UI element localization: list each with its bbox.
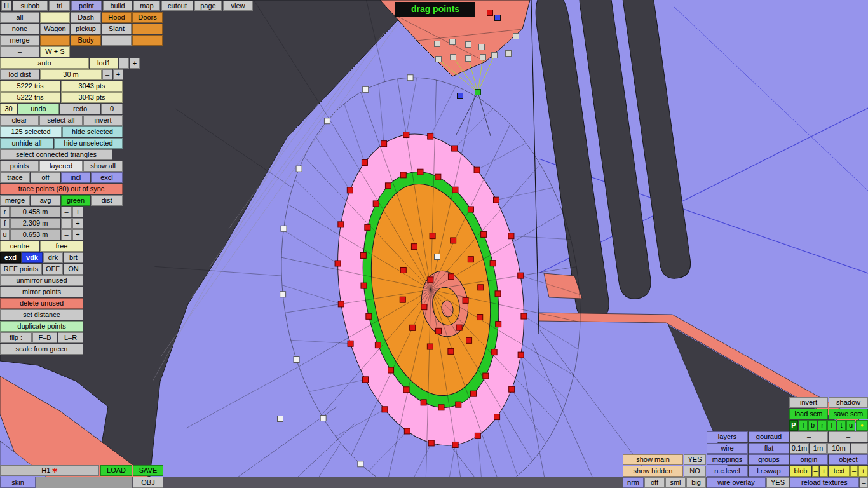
groups-button[interactable]: groups: [749, 454, 789, 465]
load-scm-button[interactable]: load scm: [789, 409, 828, 419]
gouraud-button[interactable]: gouraud: [749, 431, 789, 442]
drk-button[interactable]: drk: [43, 252, 63, 263]
subob-wps-button[interactable]: W + S: [40, 46, 70, 57]
mappings-button[interactable]: mappings: [707, 454, 748, 465]
points-mode-button[interactable]: points: [0, 161, 39, 172]
menu-item-tri[interactable]: tri: [49, 1, 70, 11]
shadow-button[interactable]: shadow: [829, 397, 868, 408]
obj-button[interactable]: OBJ: [133, 477, 163, 488]
trace-off-button[interactable]: off: [31, 172, 60, 183]
nrm-button[interactable]: nrm: [623, 477, 644, 488]
load-button[interactable]: LOAD: [100, 465, 132, 476]
mirror-points-button[interactable]: mirror points: [0, 287, 83, 297]
unmirror-unused-button[interactable]: unmirror unused: [0, 275, 83, 286]
subob-cell-blank[interactable]: [40, 12, 70, 23]
subob-pickup-button[interactable]: pickup: [71, 24, 101, 34]
grid-10m-button[interactable]: 10m: [827, 443, 850, 454]
grid-1m-button[interactable]: 1m: [810, 443, 827, 454]
free-button[interactable]: free: [40, 241, 83, 252]
subob-dash-button[interactable]: Dash: [71, 12, 101, 23]
skin-button[interactable]: skin: [0, 477, 36, 488]
menu-item-view[interactable]: view: [223, 1, 253, 11]
menu-item-subob[interactable]: subob: [13, 1, 48, 11]
subob-wagon-button[interactable]: Wagon: [40, 24, 70, 34]
layers-button[interactable]: layers: [707, 431, 748, 442]
exd-button[interactable]: exd: [0, 252, 21, 263]
subob-merge-button[interactable]: merge: [0, 35, 39, 46]
lod-dist-value[interactable]: 30 m: [40, 69, 102, 80]
u-plus-button[interactable]: +: [72, 229, 83, 240]
wire-button[interactable]: wire: [707, 443, 748, 454]
layered-mode-button[interactable]: layered: [39, 161, 83, 172]
gouraud-minus-button[interactable]: –: [829, 431, 868, 442]
menu-item-build[interactable]: build: [103, 1, 132, 11]
show-all-button[interactable]: show all: [83, 161, 123, 172]
viewport-3d-canvas[interactable]: [0, 0, 868, 488]
vdk-button[interactable]: vdk: [22, 252, 43, 263]
wire-overlay-value[interactable]: YES: [766, 477, 789, 488]
merge-points-button[interactable]: merge: [0, 195, 30, 206]
blob-minus-button[interactable]: –: [812, 466, 819, 477]
text-minus-button[interactable]: –: [850, 466, 858, 477]
subob-all-button[interactable]: all: [0, 12, 39, 23]
unhide-all-button[interactable]: unhide all: [0, 138, 53, 149]
reload-textures-button[interactable]: reload textures: [790, 477, 859, 488]
nrm-off-button[interactable]: off: [644, 477, 665, 488]
blob-button[interactable]: blob: [790, 466, 811, 477]
hide-selected-button[interactable]: hide selected: [62, 126, 123, 137]
blob-plus-button[interactable]: +: [820, 466, 828, 477]
subob-hood-button[interactable]: Hood: [102, 12, 132, 23]
text-plus-button[interactable]: +: [858, 466, 868, 477]
flag-p-button[interactable]: P: [789, 420, 798, 431]
u-minus-button[interactable]: –: [61, 229, 72, 240]
wire-overlay-button[interactable]: wire overlay: [707, 477, 766, 488]
flat-button[interactable]: flat: [749, 443, 789, 454]
clear-button[interactable]: clear: [0, 115, 39, 126]
hide-unselected-button[interactable]: hide unselected: [54, 138, 123, 149]
set-distance-button[interactable]: set distance: [0, 309, 83, 320]
nrm-big-button[interactable]: big: [686, 477, 706, 488]
show-hidden-button[interactable]: show hidden: [623, 466, 683, 477]
object-button[interactable]: object: [829, 454, 868, 465]
nc-level-button[interactable]: n.c.level: [707, 466, 748, 477]
subob-cell-blank[interactable]: [40, 35, 70, 46]
nrm-sml-button[interactable]: sml: [665, 477, 686, 488]
show-main-value[interactable]: YES: [684, 454, 706, 465]
lod-plus-button[interactable]: +: [130, 58, 140, 69]
subob-none-button[interactable]: none: [0, 24, 39, 34]
invert-normals-button[interactable]: invert: [789, 397, 828, 408]
flag-t-button[interactable]: t: [837, 420, 846, 431]
brt-button[interactable]: brt: [64, 252, 83, 263]
lod-dist-plus-button[interactable]: +: [113, 69, 123, 80]
text-button[interactable]: text: [829, 466, 850, 477]
undo-button[interactable]: undo: [18, 104, 59, 114]
subob-doors-button[interactable]: Doors: [132, 12, 163, 23]
lr-swap-button[interactable]: l.r.swap: [749, 466, 789, 477]
lod-dist-minus-button[interactable]: –: [102, 69, 112, 80]
r-value-field[interactable]: 0.458 m: [10, 207, 60, 217]
grid-minus-button[interactable]: –: [851, 443, 868, 454]
menu-item-map[interactable]: map: [133, 1, 160, 11]
save-button[interactable]: SAVE: [133, 465, 163, 476]
show-main-button[interactable]: show main: [623, 454, 683, 465]
redo-button[interactable]: redo: [60, 104, 100, 114]
trace-incl-button[interactable]: incl: [61, 172, 90, 183]
select-connected-button[interactable]: select connected triangles: [0, 149, 112, 160]
green-button[interactable]: green: [61, 195, 90, 206]
ref-off-button[interactable]: OFF: [43, 264, 63, 274]
lod-auto-button[interactable]: auto: [0, 58, 89, 69]
flag-r-button[interactable]: r: [818, 420, 827, 431]
f-minus-button[interactable]: –: [61, 218, 72, 229]
duplicate-points-button[interactable]: duplicate points: [0, 321, 83, 332]
save-scm-button[interactable]: save scm: [829, 409, 868, 419]
lod1-button[interactable]: lod1: [90, 58, 118, 69]
dist-button[interactable]: dist: [91, 195, 123, 206]
menu-item-page[interactable]: page: [194, 1, 222, 11]
centre-button[interactable]: centre: [0, 241, 39, 252]
shape-name-field[interactable]: H1✱: [0, 465, 99, 476]
subob-cell-blank[interactable]: [132, 35, 163, 46]
flag-f-button[interactable]: f: [799, 420, 808, 431]
flag-b-button[interactable]: b: [808, 420, 817, 431]
flip-lr-button[interactable]: L–R: [58, 332, 83, 343]
reload-minus-button[interactable]: –: [860, 477, 868, 488]
